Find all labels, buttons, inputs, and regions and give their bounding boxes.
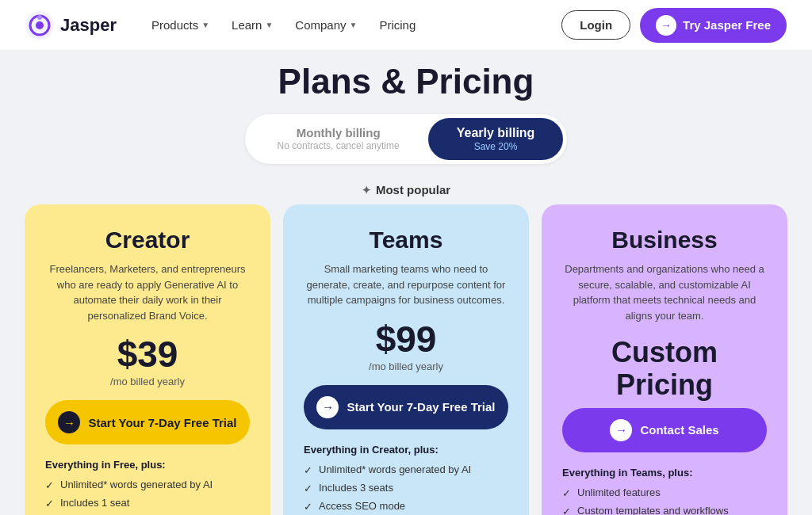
most-popular-label: ✦ Most popular — [32, 183, 780, 196]
teams-cta-button[interactable]: → Start Your 7-Day Free Trial — [304, 385, 508, 429]
login-button[interactable]: Login — [561, 10, 630, 40]
nav-links: Products ▼ Learn ▼ Company ▼ Pricing — [142, 12, 425, 38]
business-card: Business Departments and organizations w… — [542, 204, 787, 515]
billing-toggle: Monthly billing No contracts, cancel any… — [245, 114, 568, 164]
list-item: ✓ Includes 1 seat — [45, 497, 250, 509]
check-icon: ✓ — [45, 479, 54, 491]
arrow-icon: → — [656, 15, 676, 36]
sparkle-icon: ✦ — [362, 184, 371, 196]
arrow-icon: → — [58, 411, 80, 433]
business-cta-button[interactable]: → Contact Sales — [562, 408, 767, 452]
business-features-label: Everything in Teams, plus: — [562, 467, 767, 479]
nav-item-pricing[interactable]: Pricing — [370, 12, 425, 38]
page-title: Plans & Pricing — [32, 48, 780, 114]
main-content: Plans & Pricing Monthly billing No contr… — [0, 48, 812, 515]
business-price: CustomPricing — [562, 336, 767, 402]
chevron-down-icon: ▼ — [350, 21, 358, 29]
creator-title: Creator — [45, 227, 250, 254]
logo-text: Jasper — [60, 15, 117, 36]
check-icon: ✓ — [562, 505, 571, 515]
yearly-billing-option[interactable]: Yearly billing Save 20% — [428, 118, 564, 160]
teams-features-label: Everything in Creator, plus: — [304, 444, 508, 456]
navbar-right: Login → Try Jasper Free — [561, 8, 787, 43]
creator-features-label: Everything in Free, plus: — [45, 459, 250, 471]
check-icon: ✓ — [562, 487, 571, 499]
creator-billing: /mo billed yearly — [45, 376, 250, 387]
list-item: ✓ Unlimited* words generated by AI — [304, 464, 508, 476]
billing-toggle-wrap: Monthly billing No contracts, cancel any… — [32, 114, 780, 164]
business-title: Business — [562, 227, 767, 254]
chevron-down-icon: ▼ — [265, 21, 273, 29]
teams-billing: /mo billed yearly — [304, 360, 508, 372]
svg-point-3 — [37, 15, 42, 20]
chevron-down-icon: ▼ — [201, 21, 209, 29]
teams-price: $99 — [304, 321, 508, 357]
teams-feature-list: ✓ Unlimited* words generated by AI ✓ Inc… — [304, 464, 508, 516]
arrow-icon: → — [316, 396, 339, 418]
arrow-icon: → — [610, 419, 632, 441]
list-item: ✓ Unlimited* words generated by AI — [45, 479, 250, 491]
svg-point-2 — [36, 21, 44, 29]
business-feature-list: ✓ Unlimited features ✓ Custom templates … — [562, 486, 767, 515]
check-icon: ✓ — [45, 498, 54, 509]
check-icon: ✓ — [304, 464, 312, 476]
business-desc: Departments and organizations who need a… — [562, 261, 767, 323]
try-free-button[interactable]: → Try Jasper Free — [640, 8, 787, 43]
check-icon: ✓ — [304, 483, 312, 494]
logo[interactable]: Jasper — [25, 11, 117, 40]
nav-item-learn[interactable]: Learn ▼ — [222, 12, 282, 38]
nav-item-company[interactable]: Company ▼ — [285, 12, 366, 38]
teams-card: Teams Small marketing teams who need to … — [283, 204, 529, 515]
list-item: ✓ Access SEO mode — [304, 500, 508, 513]
creator-desc: Freelancers, Marketers, and entrepreneur… — [45, 261, 250, 323]
creator-card: Creator Freelancers, Marketers, and entr… — [25, 204, 270, 515]
navbar: Jasper Products ▼ Learn ▼ Company ▼ Pric… — [0, 0, 812, 51]
list-item: ✓ Custom templates and workflows — [562, 505, 767, 515]
nav-item-products[interactable]: Products ▼ — [142, 12, 219, 38]
teams-desc: Small marketing teams who need to genera… — [304, 261, 508, 308]
teams-title: Teams — [304, 227, 508, 254]
monthly-sublabel: No contracts, cancel anytime — [278, 140, 400, 151]
navbar-left: Jasper Products ▼ Learn ▼ Company ▼ Pric… — [25, 11, 425, 40]
check-icon: ✓ — [304, 501, 312, 513]
creator-feature-list: ✓ Unlimited* words generated by AI ✓ Inc… — [45, 479, 250, 515]
list-item: ✓ Includes 3 seats — [304, 482, 508, 494]
list-item: ✓ Unlimited features — [562, 486, 767, 499]
logo-icon — [25, 11, 54, 40]
creator-price: $39 — [45, 336, 250, 372]
monthly-billing-option[interactable]: Monthly billing No contracts, cancel any… — [249, 118, 428, 160]
pricing-cards: Creator Freelancers, Marketers, and entr… — [32, 204, 780, 515]
yearly-sublabel: Save 20% — [457, 141, 535, 152]
creator-cta-button[interactable]: → Start Your 7-Day Free Trial — [45, 400, 250, 444]
